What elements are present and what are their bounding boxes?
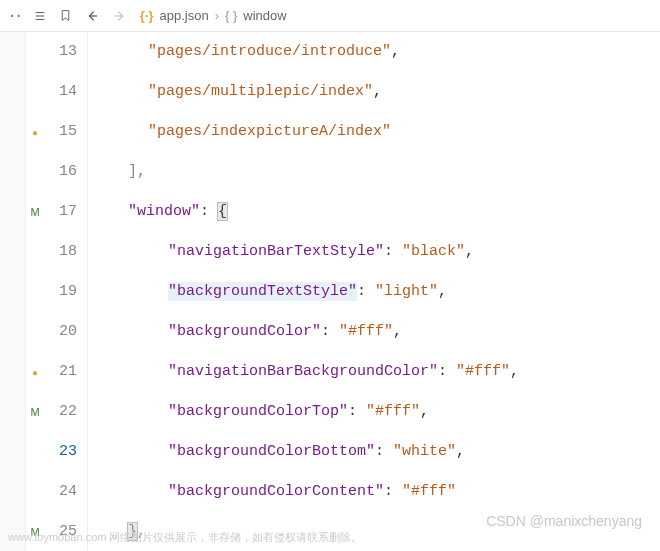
more-icon[interactable]: ··: [8, 8, 21, 24]
breadcrumb-file: app.json: [160, 8, 209, 23]
nav-forward-icon: [112, 9, 128, 23]
bookmark-icon[interactable]: [59, 8, 72, 23]
line-numbers: 13 14 15 16 17 18 19 20 21 22 23 24 25: [44, 32, 88, 551]
editor-toolbar: ·· {·} app.json › { } window: [0, 0, 660, 32]
watermark-toymoban: www.toymoban.com 网络图片仅供展示，非存储，如有侵权请联系删除。: [8, 530, 362, 545]
chevron-right-icon: ›: [215, 8, 219, 23]
outline-icon[interactable]: [33, 9, 47, 23]
json-file-icon: {·}: [140, 8, 154, 23]
gutter-marks: ● M ● M M: [26, 32, 44, 551]
breadcrumb-section: window: [243, 8, 286, 23]
activity-strip: [0, 32, 26, 551]
modified-dot-icon: ●: [26, 352, 44, 392]
breadcrumb[interactable]: {·} app.json › { } window: [140, 8, 287, 23]
code-content[interactable]: "pages/introduce/introduce", "pages/mult…: [88, 32, 660, 551]
modified-m-icon: M: [26, 392, 44, 432]
watermark-csdn: CSDN @manixchenyang: [486, 513, 642, 529]
modified-m-icon: M: [26, 192, 44, 232]
code-editor[interactable]: ● M ● M M 13 14 15 16 17 18 19 20 21 22 …: [26, 32, 660, 551]
modified-dot-icon: ●: [26, 112, 44, 152]
object-icon: { }: [225, 8, 237, 23]
nav-back-icon[interactable]: [84, 9, 100, 23]
